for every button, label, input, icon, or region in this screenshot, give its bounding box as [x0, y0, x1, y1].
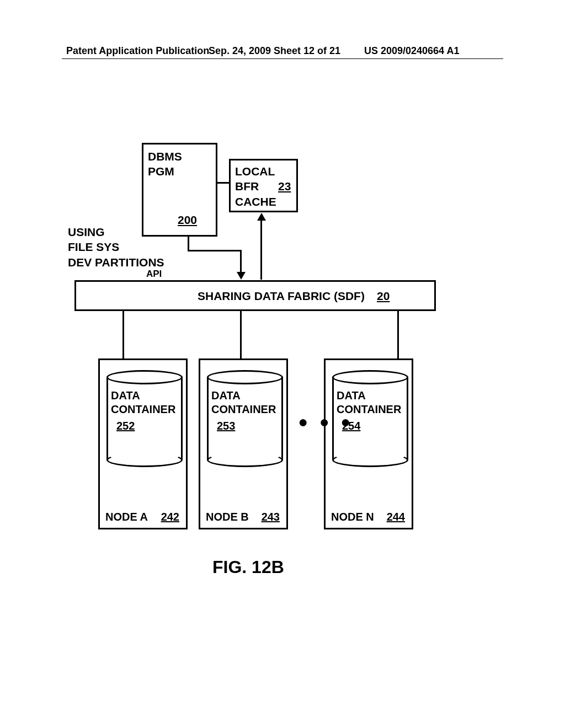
cyl-top-b — [207, 370, 283, 384]
node-n: DATA CONTAINER 254 NODE N 244 — [324, 358, 413, 529]
container-b-text: DATA CONTAINER — [211, 389, 276, 416]
header-right: US 2009/0240664 A1 — [364, 45, 459, 57]
node-a-label: NODE A — [105, 511, 148, 523]
node-a: DATA CONTAINER 252 NODE A 242 — [98, 358, 188, 529]
cache-line1: LOCAL — [235, 164, 292, 179]
cylinder-a: DATA CONTAINER 252 — [106, 370, 183, 464]
node-n-ref: 244 — [387, 511, 405, 523]
cyl-top-n — [332, 370, 408, 384]
cyl-bottom-a — [106, 453, 183, 467]
dbms-box: DBMS PGM 200 — [142, 143, 217, 237]
cyl-bottom-b — [207, 453, 283, 467]
figure-label: FIG. 12B — [212, 557, 284, 577]
node-a-ref: 242 — [161, 511, 179, 523]
dbms-line1: DBMS — [148, 149, 211, 164]
api-label: API — [146, 269, 162, 280]
conn-sdf-node-a — [122, 311, 124, 358]
cache-box: LOCAL BFR CACHE 23 — [229, 159, 298, 212]
header-mid: Sep. 24, 2009 Sheet 12 of 21 — [209, 45, 340, 57]
container-a-ref: 252 — [116, 420, 135, 432]
node-n-label: NODE N — [331, 511, 374, 523]
cyl-bottom-n — [332, 453, 408, 467]
node-b: DATA CONTAINER 253 NODE B 243 — [199, 358, 288, 529]
side-line2: FILE SYS — [68, 239, 164, 254]
cylinder-b: DATA CONTAINER 253 — [207, 370, 283, 464]
container-a-text: DATA CONTAINER — [111, 389, 175, 416]
dbms-ref: 200 — [178, 212, 197, 227]
container-b-ref: 253 — [217, 420, 235, 432]
sdf-ref: 20 — [377, 290, 390, 303]
arrow-into-sdf — [237, 272, 246, 280]
dbms-line2: PGM — [148, 164, 211, 179]
cache-ref: 23 — [278, 179, 291, 194]
cyl-top-a — [106, 370, 183, 384]
side-line3: DEV PARTITIONS — [68, 255, 164, 270]
conn-dbms-into-sdf — [240, 250, 242, 273]
side-line1: USING — [68, 224, 164, 239]
sdf-box: SHARING DATA FABRIC (SDF) 20 — [74, 280, 436, 311]
node-b-ref: 243 — [262, 511, 280, 523]
arrow-up-cache — [257, 213, 266, 221]
node-b-label: NODE B — [206, 511, 249, 523]
cache-line3: CACHE — [235, 194, 292, 209]
conn-sdf-node-b — [240, 311, 242, 358]
sdf-text: SHARING DATA FABRIC (SDF) — [198, 290, 365, 303]
connector-dbms-cache — [217, 182, 229, 184]
header-rule — [62, 58, 503, 59]
ellipsis: ● ● ● — [298, 413, 354, 431]
conn-dbms-h — [188, 250, 242, 251]
header-left: Patent Application Publication — [66, 45, 209, 57]
conn-dbms-down — [188, 237, 189, 251]
conn-sdf-node-n — [397, 311, 399, 358]
side-label: USING FILE SYS DEV PARTITIONS — [68, 224, 164, 270]
conn-sdf-up-cache — [260, 220, 262, 280]
